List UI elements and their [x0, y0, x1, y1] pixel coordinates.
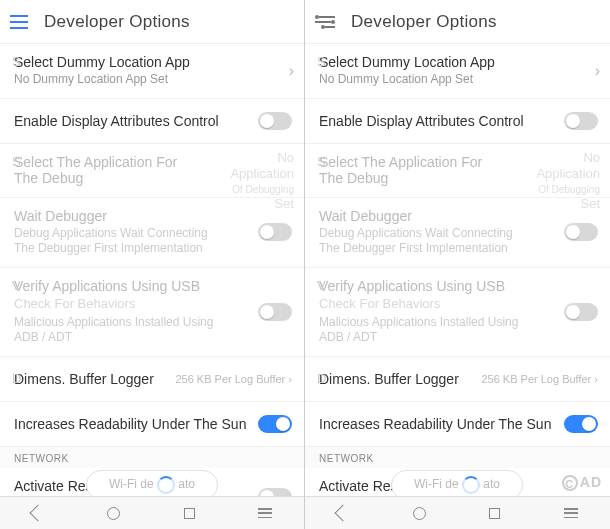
nav-back-icon[interactable] — [32, 507, 44, 519]
verify-usb-sub: Malicious Applications Installed Using A… — [14, 315, 224, 346]
content-scroll[interactable]: S Select Dummy Location App No Dummy Loc… — [0, 44, 304, 496]
nav-menu-icon[interactable] — [564, 508, 578, 518]
chevron-right-icon: › — [595, 62, 600, 80]
hamburger-icon[interactable] — [10, 15, 28, 29]
debug-app-label: Select The Application For The Debug — [14, 154, 184, 186]
readability-toggle[interactable] — [564, 415, 598, 433]
verify-usb-toggle[interactable] — [564, 303, 598, 321]
verify-usb-row[interactable]: V Verify Applications Using USB Check Fo… — [0, 268, 304, 357]
wait-debugger-row[interactable]: Wait Debugger Debug Applications Wait Co… — [305, 198, 610, 268]
wait-debugger-sub: Debug Applications Wait Connecting The D… — [14, 226, 224, 257]
verify-usb-label: Verify Applications Using USB — [319, 278, 596, 294]
verify-usb-ghost: Check For Behaviors — [14, 296, 290, 313]
display-attributes-label: Enable Display Attributes Control — [14, 113, 290, 129]
wait-debugger-row[interactable]: Wait Debugger Debug Applications Wait Co… — [0, 198, 304, 268]
left-pane: Developer Options S Select Dummy Locatio… — [0, 0, 305, 529]
nav-home-icon[interactable] — [107, 507, 120, 520]
android-navbar — [0, 496, 304, 529]
spinner-icon — [462, 476, 480, 494]
right-pane: Developer Options S Select Dummy Locatio… — [305, 0, 610, 529]
wait-debugger-label: Wait Debugger — [319, 208, 596, 224]
select-dummy-location-row[interactable]: S Select Dummy Location App No Dummy Loc… — [305, 44, 610, 99]
wifi-pill[interactable]: Wi-Fi de ato — [86, 470, 218, 496]
display-attributes-toggle[interactable] — [564, 112, 598, 130]
network-section-header: NETWORK — [0, 447, 304, 468]
content-scroll[interactable]: S Select Dummy Location App No Dummy Loc… — [305, 44, 610, 496]
nav-recent-icon[interactable] — [184, 508, 195, 519]
activate-resist-toggle[interactable] — [258, 488, 292, 496]
chevron-right-icon: › — [289, 62, 294, 80]
verify-usb-sub: Malicious Applications Installed Using A… — [319, 315, 529, 346]
header: Developer Options — [305, 0, 610, 44]
select-debug-app-row[interactable]: S Select The Application For The Debug N… — [305, 144, 610, 198]
dummy-location-label: Select Dummy Location App — [319, 54, 596, 70]
wait-debugger-toggle[interactable] — [258, 223, 292, 241]
verify-usb-row[interactable]: V Verify Applications Using USB Check Fo… — [305, 268, 610, 357]
ad-watermark: CAD — [562, 474, 602, 491]
readability-label: Increases Readability Under The Sun — [319, 416, 596, 432]
dummy-location-label: Select Dummy Location App — [14, 54, 290, 70]
activate-resist-row[interactable]: Activate Resist Wi-Fi de ato Increases L… — [0, 468, 304, 496]
buffer-logger-value: 256 KB Per Log Buffer › — [175, 373, 292, 385]
readability-label: Increases Readability Under The Sun — [14, 416, 290, 432]
display-attributes-row[interactable]: Enable Display Attributes Control — [0, 99, 304, 144]
verify-usb-toggle[interactable] — [258, 303, 292, 321]
wait-debugger-toggle[interactable] — [564, 223, 598, 241]
verify-usb-label: Verify Applications Using USB — [14, 278, 290, 294]
buffer-logger-row[interactable]: D Dimens. Buffer Logger 256 KB Per Log B… — [0, 357, 304, 402]
dummy-location-sub: No Dummy Location App Set — [14, 72, 290, 88]
network-section-header: NETWORK — [305, 447, 610, 468]
nav-back-icon[interactable] — [337, 507, 349, 519]
wait-debugger-sub: Debug Applications Wait Connecting The D… — [319, 226, 529, 257]
select-debug-app-row[interactable]: S Select The Application For The Debug N… — [0, 144, 304, 198]
page-title: Developer Options — [351, 12, 497, 32]
android-navbar — [305, 496, 610, 529]
display-attributes-label: Enable Display Attributes Control — [319, 113, 596, 129]
select-dummy-location-row[interactable]: S Select Dummy Location App No Dummy Loc… — [0, 44, 304, 99]
buffer-logger-row[interactable]: D Dimens. Buffer Logger 256 KB Per Log B… — [305, 357, 610, 402]
nav-menu-icon[interactable] — [258, 508, 272, 518]
readability-toggle[interactable] — [258, 415, 292, 433]
verify-usb-ghost: Check For Behaviors — [319, 296, 596, 313]
header: Developer Options — [0, 0, 304, 44]
display-attributes-row[interactable]: Enable Display Attributes Control — [305, 99, 610, 144]
nav-home-icon[interactable] — [413, 507, 426, 520]
buffer-logger-value: 256 KB Per Log Buffer › — [481, 373, 598, 385]
readability-row[interactable]: Increases Readability Under The Sun — [305, 402, 610, 447]
settings-sliders-icon[interactable] — [315, 15, 335, 29]
spinner-icon — [157, 476, 175, 494]
wifi-pill[interactable]: Wi-Fi de ato — [391, 470, 523, 496]
wait-debugger-label: Wait Debugger — [14, 208, 290, 224]
page-title: Developer Options — [44, 12, 190, 32]
debug-app-label: Select The Application For The Debug — [319, 154, 489, 186]
display-attributes-toggle[interactable] — [258, 112, 292, 130]
dummy-location-sub: No Dummy Location App Set — [319, 72, 596, 88]
nav-recent-icon[interactable] — [489, 508, 500, 519]
readability-row[interactable]: Increases Readability Under The Sun — [0, 402, 304, 447]
